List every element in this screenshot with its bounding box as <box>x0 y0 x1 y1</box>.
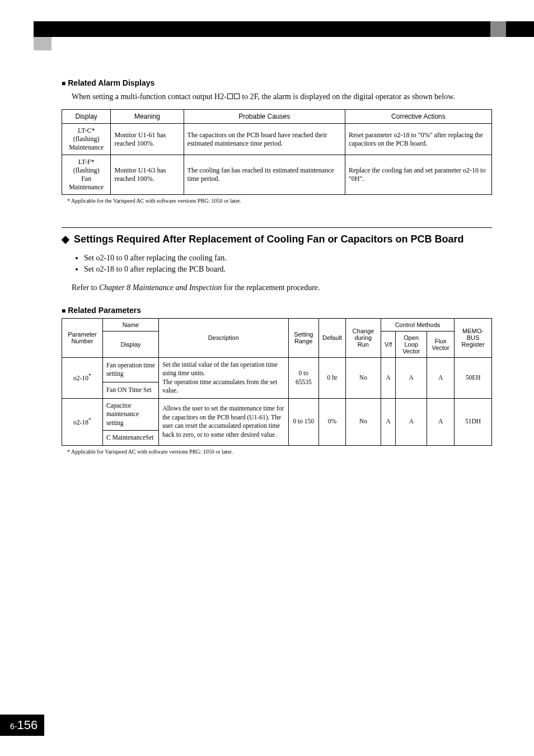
heading-settings-required: ◆ Settings Required After Replacement of… <box>62 234 492 246</box>
cell-desc: Set the initial value of the fan operati… <box>159 357 288 398</box>
param-star: * <box>88 417 91 423</box>
cell-param: o2-10* <box>62 357 103 398</box>
cell-causes: The cooling fan has reached its estimate… <box>184 155 345 195</box>
table-row: LT-F* (flashing) Fan Maintenance Monitor… <box>62 155 492 195</box>
table-row: o2-10* Fan operation time setting Set th… <box>62 357 492 382</box>
display-l1: LT-F* <box>78 158 95 166</box>
cell-memo: 51DH <box>455 398 492 445</box>
cell-vf: A <box>381 357 395 398</box>
header-bar <box>34 21 534 37</box>
intro-b: to 2F, the alarm is displayed on the dig… <box>240 92 455 101</box>
placeholder-box-icon <box>227 94 233 99</box>
footnote-1: * Applicable for the Varispeed AC with s… <box>67 198 492 204</box>
intro-a: When setting a multi-function contact ou… <box>72 92 227 101</box>
col-actions: Corrective Actions <box>345 110 491 124</box>
col-olv: Open Loop Vector <box>396 331 427 357</box>
square-bullet-icon: ■ <box>62 80 65 87</box>
col-causes: Probable Causes <box>184 110 345 124</box>
col-desc: Description <box>159 318 288 357</box>
cell-meaning: Monitor U1-61 has reached 100%. <box>111 124 184 155</box>
ref-text: Refer to Chapter 8 Maintenance and Inspe… <box>72 282 492 293</box>
display-l3: Maintenance <box>69 143 104 151</box>
cell-display: C MaintenanceSet <box>102 431 158 446</box>
placeholder-box-icon <box>234 94 240 99</box>
cell-actions: Reset parameter o2-18 to "0%" after repl… <box>345 124 491 155</box>
footnote-2: * Applicable for Varispeed AC with softw… <box>67 449 492 455</box>
col-meaning: Meaning <box>111 110 184 124</box>
alarm-intro: When setting a multi-function contact ou… <box>72 91 492 102</box>
heading-text: Settings Required After Replacement of C… <box>74 234 463 245</box>
display-l3: Fan Maintenance <box>69 175 104 191</box>
param-num: o2-10 <box>73 375 88 381</box>
square-bullet-icon: ■ <box>62 307 65 315</box>
cell-causes: The capacitors on the PCB board have rea… <box>184 124 345 155</box>
cell-name: Capacitor maintenance setting <box>102 398 158 431</box>
diamond-bullet-icon: ◆ <box>62 234 69 246</box>
ref-a: Refer to <box>72 283 99 292</box>
page-num-value: 156 <box>17 718 38 732</box>
cell-param: o2-18* <box>62 398 103 445</box>
col-control: Control Methods <box>381 318 454 331</box>
cell-memo: 50EH <box>455 357 492 398</box>
header-tab <box>34 37 51 50</box>
display-l2: (flashing) <box>73 135 100 143</box>
page-content: ■Related Alarm Displays When setting a m… <box>62 78 492 455</box>
table-header-row: Parameter Number Name Description Settin… <box>62 318 492 331</box>
display-l1: LT-C* <box>78 127 95 134</box>
table-row: o2-18* Capacitor maintenance setting All… <box>62 398 492 431</box>
cell-display: Fan ON Time Set <box>102 382 158 398</box>
col-param: Parameter Number <box>62 318 103 357</box>
col-memo: MEMO-BUS Register <box>455 318 492 357</box>
cell-flux: A <box>427 398 455 445</box>
col-range: Setting Range <box>288 318 318 357</box>
col-change: Change during Run <box>345 318 381 357</box>
cell-flux: A <box>427 357 455 398</box>
page-number: 6-156 <box>0 715 44 736</box>
cell-display: LT-C* (flashing) Maintenance <box>62 124 111 155</box>
heading-related-params: ■Related Parameters <box>62 306 492 315</box>
cell-olv: A <box>396 357 427 398</box>
cell-meaning: Monitor U1-63 has reached 100%. <box>111 155 184 195</box>
cell-desc: Allows the user to set the maintenance t… <box>159 398 288 445</box>
param-num: o2-18 <box>73 419 88 426</box>
bullet-list: Set o2-10 to 0 after replacing the cooli… <box>84 254 492 274</box>
heading-text: Related Parameters <box>68 306 141 315</box>
col-display: Display <box>102 331 158 357</box>
heading-text: Related Alarm Displays <box>68 78 154 87</box>
param-table: Parameter Number Name Description Settin… <box>62 318 492 446</box>
cell-name: Fan operation time setting <box>102 357 158 382</box>
cell-change: No <box>345 398 381 445</box>
col-display: Display <box>62 110 111 124</box>
col-name: Name <box>102 318 158 331</box>
page-prefix: 6- <box>10 722 17 731</box>
cell-actions: Replace the cooling fan and set paramete… <box>345 155 491 195</box>
cell-olv: A <box>396 398 427 445</box>
cell-default: 0 hr <box>318 357 345 398</box>
ref-italic: Chapter 8 Maintenance and Inspection <box>99 283 222 292</box>
ref-b: for the replacement procedure. <box>222 283 320 292</box>
list-item: Set o2-10 to 0 after replacing the cooli… <box>84 254 492 263</box>
cell-range: 0 to 150 <box>288 398 318 445</box>
cell-range: 0 to 65535 <box>288 357 318 398</box>
cell-display: LT-F* (flashing) Fan Maintenance <box>62 155 111 195</box>
alarm-table: Display Meaning Probable Causes Correcti… <box>62 109 492 195</box>
col-vf: V/f <box>381 331 395 357</box>
heading-related-alarm: ■Related Alarm Displays <box>62 78 492 87</box>
cell-vf: A <box>381 398 395 445</box>
table-row: LT-C* (flashing) Maintenance Monitor U1-… <box>62 124 492 155</box>
table-header-row: Display Meaning Probable Causes Correcti… <box>62 110 492 124</box>
col-flux: Flux Vector <box>427 331 455 357</box>
section-rule <box>62 227 492 228</box>
list-item: Set o2-18 to 0 after replacing the PCB b… <box>84 265 492 274</box>
header-accent <box>490 21 506 37</box>
param-star: * <box>88 372 91 379</box>
cell-default: 0% <box>318 398 345 445</box>
col-default: Default <box>318 318 345 357</box>
cell-change: No <box>345 357 381 398</box>
display-l2: (flashing) <box>73 166 100 174</box>
